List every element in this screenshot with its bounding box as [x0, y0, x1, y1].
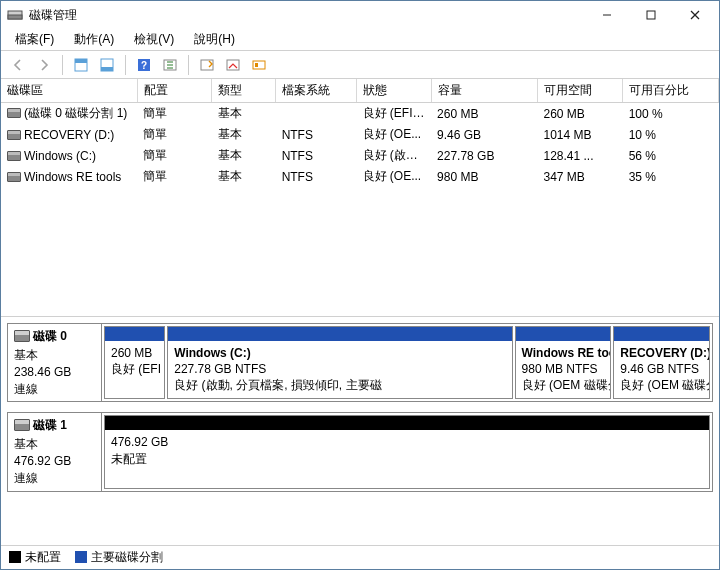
- partition-stripe: [105, 416, 709, 430]
- titlebar: 磁碟管理: [1, 1, 719, 29]
- toolbar-separator: [125, 55, 126, 75]
- toolbar: ?: [1, 51, 719, 79]
- disk-label[interactable]: 磁碟 1基本476.92 GB連線: [7, 412, 101, 491]
- column-header[interactable]: 容量: [431, 79, 537, 103]
- table-row[interactable]: Windows RE tools簡單基本NTFS良好 (OE...980 MB3…: [1, 166, 719, 187]
- table-cell: NTFS: [276, 166, 357, 187]
- table-cell: (磁碟 0 磁碟分割 1): [1, 103, 137, 125]
- view-top-button[interactable]: [70, 54, 92, 76]
- disk-row: 磁碟 0基本238.46 GB連線260 MB良好 (EFI 系統磁Window…: [7, 323, 713, 402]
- svg-rect-16: [255, 63, 258, 67]
- table-cell: 基本: [212, 145, 276, 166]
- window-title: 磁碟管理: [29, 7, 585, 24]
- table-row[interactable]: Windows (C:)簡單基本NTFS良好 (啟動...227.78 GB12…: [1, 145, 719, 166]
- table-cell: NTFS: [276, 145, 357, 166]
- toolbar-button-b[interactable]: [222, 54, 244, 76]
- back-button[interactable]: [7, 54, 29, 76]
- minimize-button[interactable]: [585, 2, 629, 28]
- partition-stripe: [105, 327, 164, 341]
- toolbar-separator: [62, 55, 63, 75]
- swatch-blue-icon: [75, 551, 87, 563]
- toolbar-button-c[interactable]: [248, 54, 270, 76]
- table-cell: 260 MB: [537, 103, 622, 125]
- table-cell: 基本: [212, 103, 276, 125]
- toolbar-button-a[interactable]: [196, 54, 218, 76]
- disk-graphical-view: 磁碟 0基本238.46 GB連線260 MB良好 (EFI 系統磁Window…: [1, 317, 719, 545]
- partition[interactable]: Windows RE tools980 MB NTFS良好 (OEM 磁碟分害: [515, 326, 612, 399]
- table-cell: 簡單: [137, 145, 212, 166]
- table-cell: 良好 (OE...: [357, 124, 432, 145]
- column-header[interactable]: 檔案系統: [276, 79, 357, 103]
- column-header[interactable]: 可用空間: [537, 79, 622, 103]
- table-cell: 良好 (EFI ...: [357, 103, 432, 125]
- table-cell: 簡單: [137, 166, 212, 187]
- partition[interactable]: RECOVERY (D:)9.46 GB NTFS良好 (OEM 磁碟分割): [613, 326, 710, 399]
- svg-rect-9: [101, 67, 113, 71]
- table-cell: 簡單: [137, 124, 212, 145]
- table-row[interactable]: (磁碟 0 磁碟分割 1)簡單基本良好 (EFI ...260 MB260 MB…: [1, 103, 719, 125]
- table-cell: 良好 (啟動...: [357, 145, 432, 166]
- menu-view[interactable]: 檢視(V): [124, 29, 184, 50]
- menubar: 檔案(F) 動作(A) 檢視(V) 說明(H): [1, 29, 719, 51]
- menu-action[interactable]: 動作(A): [64, 29, 124, 50]
- menu-file[interactable]: 檔案(F): [5, 29, 64, 50]
- partition-stripe: [516, 327, 611, 341]
- partition[interactable]: Windows (C:)227.78 GB NTFS良好 (啟動, 分頁檔案, …: [167, 326, 512, 399]
- table-cell: 260 MB: [431, 103, 537, 125]
- volume-icon: [7, 151, 21, 161]
- toolbar-separator: [188, 55, 189, 75]
- table-row[interactable]: RECOVERY (D:)簡單基本NTFS良好 (OE...9.46 GB101…: [1, 124, 719, 145]
- table-cell: 347 MB: [537, 166, 622, 187]
- svg-rect-15: [253, 61, 265, 69]
- column-header[interactable]: 可用百分比: [623, 79, 719, 103]
- volume-icon: [7, 172, 21, 182]
- legend: 未配置 主要磁碟分割: [1, 545, 719, 569]
- table-cell: 56 %: [623, 145, 719, 166]
- table-cell: 980 MB: [431, 166, 537, 187]
- table-cell: NTFS: [276, 124, 357, 145]
- app-icon: [7, 7, 23, 23]
- legend-primary: 主要磁碟分割: [75, 549, 163, 566]
- svg-rect-3: [647, 11, 655, 19]
- svg-rect-7: [75, 59, 87, 63]
- refresh-button[interactable]: [159, 54, 181, 76]
- partition[interactable]: 476.92 GB未配置: [104, 415, 710, 488]
- column-header[interactable]: 類型: [212, 79, 276, 103]
- column-header[interactable]: 配置: [137, 79, 212, 103]
- disk-partitions: 476.92 GB未配置: [101, 412, 713, 491]
- table-cell: Windows (C:): [1, 145, 137, 166]
- partition-stripe: [614, 327, 709, 341]
- swatch-black-icon: [9, 551, 21, 563]
- column-header[interactable]: 磁碟區: [1, 79, 137, 103]
- volume-table-container: 磁碟區配置類型檔案系統狀態容量可用空間可用百分比 (磁碟 0 磁碟分割 1)簡單…: [1, 79, 719, 317]
- help-button[interactable]: ?: [133, 54, 155, 76]
- table-cell: 35 %: [623, 166, 719, 187]
- table-cell: 簡單: [137, 103, 212, 125]
- column-header[interactable]: 狀態: [357, 79, 432, 103]
- partition[interactable]: 260 MB良好 (EFI 系統磁: [104, 326, 165, 399]
- close-button[interactable]: [673, 2, 717, 28]
- table-cell: 10 %: [623, 124, 719, 145]
- legend-unallocated: 未配置: [9, 549, 61, 566]
- partition-stripe: [168, 327, 511, 341]
- disk-label[interactable]: 磁碟 0基本238.46 GB連線: [7, 323, 101, 402]
- menu-help[interactable]: 說明(H): [184, 29, 245, 50]
- volume-icon: [7, 108, 21, 118]
- view-bottom-button[interactable]: [96, 54, 118, 76]
- table-cell: [276, 103, 357, 125]
- svg-rect-1: [8, 15, 22, 19]
- table-cell: 128.41 ...: [537, 145, 622, 166]
- table-cell: Windows RE tools: [1, 166, 137, 187]
- table-cell: RECOVERY (D:): [1, 124, 137, 145]
- table-cell: 1014 MB: [537, 124, 622, 145]
- svg-text:?: ?: [141, 60, 147, 71]
- volume-table: 磁碟區配置類型檔案系統狀態容量可用空間可用百分比 (磁碟 0 磁碟分割 1)簡單…: [1, 79, 719, 187]
- table-cell: 基本: [212, 166, 276, 187]
- table-cell: 227.78 GB: [431, 145, 537, 166]
- maximize-button[interactable]: [629, 2, 673, 28]
- disk-row: 磁碟 1基本476.92 GB連線476.92 GB未配置: [7, 412, 713, 491]
- table-cell: 9.46 GB: [431, 124, 537, 145]
- table-cell: 基本: [212, 124, 276, 145]
- svg-rect-14: [227, 60, 239, 70]
- forward-button[interactable]: [33, 54, 55, 76]
